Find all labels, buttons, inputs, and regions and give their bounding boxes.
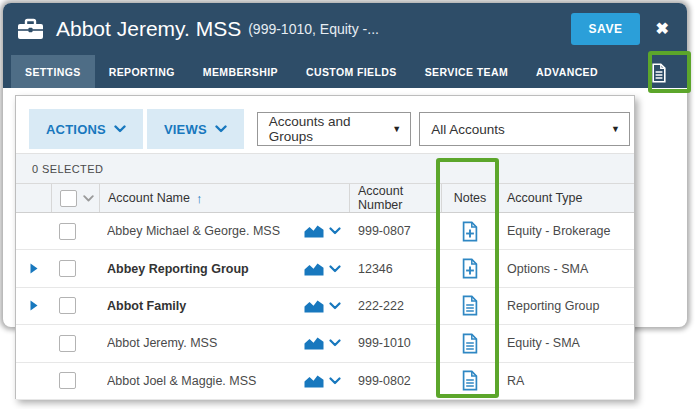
column-header-notes[interactable]: Notes	[441, 184, 498, 212]
table-row[interactable]: Abbey Reporting Group12346Options - SMA	[16, 250, 634, 287]
screen: Abbot Jeremy. MSS (999-1010, Equity -...…	[0, 0, 697, 409]
page-subtitle: (999-1010, Equity -...	[248, 21, 379, 37]
account-number: 999-0807	[358, 224, 411, 238]
tab-service-team[interactable]: SERVICE TEAM	[411, 55, 522, 88]
dialog-header: Abbot Jeremy. MSS (999-1010, Equity -...…	[3, 3, 687, 88]
chevron-down-icon[interactable]	[329, 377, 341, 385]
document-icon[interactable]	[645, 59, 673, 87]
chevron-down-icon[interactable]	[329, 265, 341, 273]
chevron-down-icon[interactable]	[329, 302, 341, 310]
tab-membership[interactable]: MEMBERSHIP	[189, 55, 292, 88]
account-number: 999-1010	[358, 336, 411, 350]
expander-header-cell	[16, 184, 51, 212]
row-checkbox[interactable]	[59, 260, 76, 277]
tab-settings[interactable]: SETTINGS	[11, 55, 95, 88]
table-row[interactable]: Abbey Michael & George. MSS999-0807Equit…	[16, 213, 634, 250]
briefcase-icon	[17, 17, 44, 41]
tab-bar: SETTINGSREPORTINGMEMBERSHIPCUSTOM FIELDS…	[3, 55, 687, 88]
page-title: Abbot Jeremy. MSS	[56, 17, 241, 41]
account-type: Reporting Group	[507, 299, 599, 313]
accounts-panel: ACTIONS VIEWS Accounts and Groups ▼ All …	[15, 95, 635, 399]
dropdown-arrow-icon: ▼	[392, 124, 401, 134]
chevron-down-icon	[114, 125, 126, 133]
grid-header: Account Name ↑ Account Number Notes Acco…	[16, 183, 634, 213]
chart-icon[interactable]	[304, 336, 324, 350]
select-all-header-cell	[51, 184, 99, 212]
column-header-label: Account Number	[358, 184, 441, 212]
column-header-label: Notes	[454, 191, 487, 205]
expander-cell	[16, 325, 51, 361]
note-icon[interactable]	[461, 333, 479, 354]
tab-custom-fields[interactable]: CUSTOM FIELDS	[292, 55, 411, 88]
expand-row-icon[interactable]	[16, 250, 51, 286]
account-filter-select-value: All Accounts	[431, 122, 505, 137]
column-header-label: Account Type	[507, 191, 583, 205]
table-body: Abbey Michael & George. MSS999-0807Equit…	[16, 213, 634, 400]
note-add-icon[interactable]	[461, 221, 479, 242]
expander-cell	[16, 213, 51, 249]
dropdown-arrow-icon: ▼	[611, 124, 620, 134]
chevron-down-icon[interactable]	[329, 227, 341, 235]
save-button[interactable]: SAVE	[571, 13, 639, 45]
account-type: RA	[507, 374, 524, 388]
account-number: 222-222	[358, 299, 404, 313]
account-name: Abbey Michael & George. MSS	[107, 224, 304, 238]
account-name: Abbot Family	[107, 299, 304, 313]
row-checkbox[interactable]	[59, 372, 76, 389]
account-name: Abbot Joel & Maggie. MSS	[107, 374, 304, 388]
entity-type-select[interactable]: Accounts and Groups ▼	[257, 112, 411, 146]
account-type: Options - SMA	[507, 262, 588, 276]
expander-cell	[16, 363, 51, 399]
column-header-account-type[interactable]: Account Type	[498, 184, 634, 212]
account-type: Equity - SMA	[507, 336, 580, 350]
panel-toolbar: ACTIONS VIEWS Accounts and Groups ▼ All …	[16, 96, 634, 153]
row-checkbox[interactable]	[59, 335, 76, 352]
account-filter-select[interactable]: All Accounts ▼	[419, 112, 630, 146]
column-header-account-name[interactable]: Account Name ↑	[99, 184, 349, 212]
row-checkbox[interactable]	[59, 223, 76, 240]
chevron-down-icon[interactable]	[83, 195, 94, 202]
account-name: Abbey Reporting Group	[107, 262, 304, 276]
chart-icon[interactable]	[304, 224, 324, 238]
table-row[interactable]: Abbot Joel & Maggie. MSS999-0802RA	[16, 363, 634, 400]
note-add-icon[interactable]	[461, 258, 479, 279]
chart-icon[interactable]	[304, 374, 324, 388]
entity-type-select-value: Accounts and Groups	[269, 114, 383, 144]
account-name: Abbot Jeremy. MSS	[107, 336, 304, 350]
row-checkbox[interactable]	[59, 297, 76, 314]
views-button-label: VIEWS	[164, 122, 207, 137]
title-row: Abbot Jeremy. MSS (999-1010, Equity -...…	[3, 3, 687, 55]
actions-button-label: ACTIONS	[46, 122, 106, 137]
note-icon[interactable]	[461, 295, 479, 316]
account-number: 12346	[358, 262, 393, 276]
expand-row-icon[interactable]	[16, 288, 51, 324]
actions-button[interactable]: ACTIONS	[29, 109, 143, 149]
table-row[interactable]: Abbot Jeremy. MSS999-1010Equity - SMA	[16, 325, 634, 362]
chart-icon[interactable]	[304, 262, 324, 276]
accounts-grid: Account Name ↑ Account Number Notes Acco…	[16, 183, 634, 400]
column-header-account-number[interactable]: Account Number	[349, 184, 441, 212]
tab-reporting[interactable]: REPORTING	[95, 55, 189, 88]
sort-ascending-icon: ↑	[196, 191, 203, 206]
note-icon[interactable]	[461, 370, 479, 391]
close-icon[interactable]: ✖	[656, 21, 669, 37]
column-header-label: Account Name	[108, 191, 190, 205]
chevron-down-icon[interactable]	[329, 339, 341, 347]
tab-advanced[interactable]: ADVANCED	[522, 55, 612, 88]
chart-icon[interactable]	[304, 299, 324, 313]
chevron-down-icon	[215, 125, 227, 133]
account-number: 999-0802	[358, 374, 411, 388]
account-type: Equity - Brokerage	[507, 224, 611, 238]
select-all-checkbox[interactable]	[60, 190, 77, 207]
table-row[interactable]: Abbot Family222-222Reporting Group	[16, 288, 634, 325]
selection-status: 0 SELECTED	[16, 153, 634, 183]
views-button[interactable]: VIEWS	[147, 109, 244, 149]
